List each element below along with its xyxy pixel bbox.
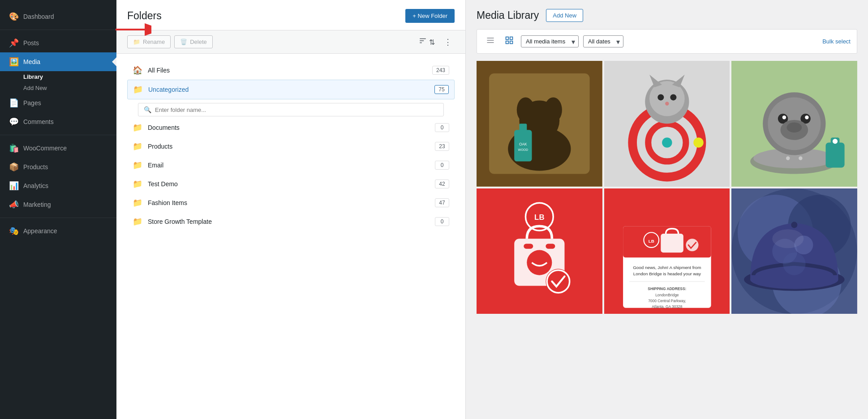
folder-count: 42	[435, 180, 449, 188]
media-item[interactable]: LB Good news, John! A shipment from Lond…	[604, 188, 730, 314]
search-icon: 🔍	[144, 106, 151, 113]
sidebar: 🎨 Dashboard 📌 Posts 🖼️ Media Library Add…	[0, 0, 116, 419]
media-item[interactable]: OAK WOOD	[477, 61, 602, 187]
svg-point-56	[527, 250, 552, 275]
svg-point-46	[787, 123, 802, 133]
folder-count: 47	[435, 198, 449, 207]
sidebar-divider-3	[0, 218, 116, 218]
media-item[interactable]	[731, 61, 857, 187]
sidebar-item-label: Comments	[23, 118, 54, 125]
svg-text:LondonBridge: LondonBridge	[655, 293, 679, 297]
folder-row-documents[interactable]: 📁 Documents 0	[127, 118, 455, 137]
folder-row-email[interactable]: 📁 Email 0	[127, 156, 455, 175]
folder-icon: 📁	[133, 217, 142, 227]
analytics-icon: 📊	[9, 181, 19, 191]
grid-view-button[interactable]	[502, 34, 516, 49]
media-item[interactable]: LB	[477, 188, 602, 314]
svg-point-16	[517, 97, 534, 122]
svg-rect-54	[524, 244, 533, 248]
folder-row-all-files[interactable]: 🏠 All Files 243	[127, 61, 455, 80]
folder-name: Products	[148, 143, 430, 150]
svg-text:WOOD: WOOD	[518, 148, 529, 151]
sort-button[interactable]: ⇅	[416, 35, 438, 49]
sidebar-item-posts[interactable]: 📌 Posts	[0, 34, 116, 52]
folders-list: 🏠 All Files 243 📁 Uncategorized 75 🔍 📁 D…	[116, 54, 465, 419]
folder-icon: 📁	[133, 141, 142, 151]
delete-button[interactable]: 🗑️ Delete	[174, 35, 213, 48]
sidebar-item-analytics[interactable]: 📊 Analytics	[0, 176, 116, 195]
folder-icon: 📁	[133, 179, 142, 189]
svg-text:SHIPPING ADDRESS:: SHIPPING ADDRESS:	[648, 286, 686, 291]
add-new-button[interactable]: Add New	[546, 9, 583, 22]
folder-count: 23	[435, 142, 449, 151]
media-item[interactable]	[731, 188, 857, 314]
sidebar-item-label: WooCommerce	[23, 145, 67, 152]
svg-point-33	[693, 137, 703, 147]
dashboard-icon: 🎨	[9, 12, 19, 21]
delete-label: Delete	[190, 38, 207, 45]
marketing-icon: 📣	[9, 200, 19, 210]
svg-point-83	[783, 252, 806, 275]
delete-icon: 🗑️	[180, 38, 187, 45]
bulk-select-button[interactable]: Bulk select	[822, 38, 851, 45]
sidebar-item-appearance[interactable]: 🎭 Appearance	[0, 222, 116, 240]
folder-row-store-growth[interactable]: 📁 Store Growth Template 0	[127, 212, 455, 231]
folder-name: Test Demo	[148, 180, 430, 188]
svg-rect-11	[510, 41, 513, 44]
folder-row-test-demo[interactable]: 📁 Test Demo 42	[127, 175, 455, 193]
media-date-filter-wrap: All dates 2024 2023 2022	[583, 35, 623, 47]
sidebar-item-marketing[interactable]: 📣 Marketing	[0, 195, 116, 214]
pages-icon: 📄	[9, 98, 19, 108]
svg-rect-10	[506, 41, 509, 44]
svg-point-30	[657, 94, 664, 100]
main-content: Folders + New Folder 📁 Rename 🗑️ Delete	[116, 0, 868, 419]
list-view-button[interactable]	[483, 34, 498, 49]
folders-panel: Folders + New Folder 📁 Rename 🗑️ Delete	[116, 0, 466, 419]
products-icon: 📦	[9, 162, 19, 172]
sidebar-sub-add-new[interactable]: Add New	[23, 82, 116, 94]
svg-rect-47	[826, 142, 845, 167]
media-grid: OAK WOOD	[477, 61, 857, 314]
folder-count: 243	[432, 66, 449, 75]
new-folder-button[interactable]: + New Folder	[405, 9, 455, 23]
sidebar-item-woocommerce[interactable]: 🛍️ WooCommerce	[0, 139, 116, 158]
folder-search-input[interactable]	[155, 107, 438, 113]
svg-rect-55	[546, 244, 555, 248]
folder-icon: 📁	[133, 160, 142, 170]
sidebar-item-media[interactable]: 🖼️ Media	[0, 52, 116, 71]
posts-icon: 📌	[9, 38, 19, 48]
sidebar-item-label: Media	[23, 58, 40, 65]
rename-button[interactable]: 📁 Rename	[127, 35, 171, 48]
media-type-filter[interactable]: All media items Images Audio Video	[521, 35, 579, 47]
svg-text:LB: LB	[534, 213, 544, 222]
sidebar-divider-2	[0, 135, 116, 135]
sidebar-item-products[interactable]: 📦 Products	[0, 158, 116, 176]
sidebar-item-pages[interactable]: 📄 Pages	[0, 94, 116, 112]
media-date-filter[interactable]: All dates 2024 2023 2022	[583, 35, 623, 47]
sidebar-item-label: Marketing	[23, 201, 51, 208]
svg-text:London Bridge is headed your w: London Bridge is headed your way	[633, 271, 700, 276]
svg-point-44	[805, 115, 809, 119]
more-options-button[interactable]: ⋮	[441, 35, 455, 49]
sidebar-item-dashboard[interactable]: 🎨 Dashboard	[0, 7, 116, 26]
svg-text:OAK: OAK	[519, 142, 527, 146]
svg-point-38	[799, 156, 802, 160]
folder-name: Store Growth Template	[148, 218, 430, 225]
folder-row-uncategorized[interactable]: 📁 Uncategorized 75	[127, 80, 455, 99]
folder-icon: 📁	[133, 198, 142, 208]
media-icon: 🖼️	[9, 57, 19, 67]
media-submenu: Library Add New	[0, 71, 116, 94]
svg-text:7000 Central Parkway,: 7000 Central Parkway,	[648, 299, 686, 303]
svg-rect-19	[519, 124, 527, 133]
sidebar-sub-library[interactable]: Library	[23, 71, 116, 82]
sidebar-item-comments[interactable]: 💬 Comments	[0, 112, 116, 131]
media-item[interactable]	[604, 61, 730, 187]
folder-name: Fashion Items	[148, 199, 430, 206]
svg-text:Good news, John! A shipment fr: Good news, John! A shipment from	[633, 265, 701, 269]
folder-name: Documents	[148, 124, 430, 131]
folder-search-container: 🔍	[138, 103, 444, 116]
folder-row-fashion-items[interactable]: 📁 Fashion Items 47	[127, 193, 455, 212]
svg-text:LB: LB	[648, 238, 654, 243]
sort-icon: ⇅	[429, 38, 435, 46]
folder-row-products[interactable]: 📁 Products 23	[127, 137, 455, 156]
